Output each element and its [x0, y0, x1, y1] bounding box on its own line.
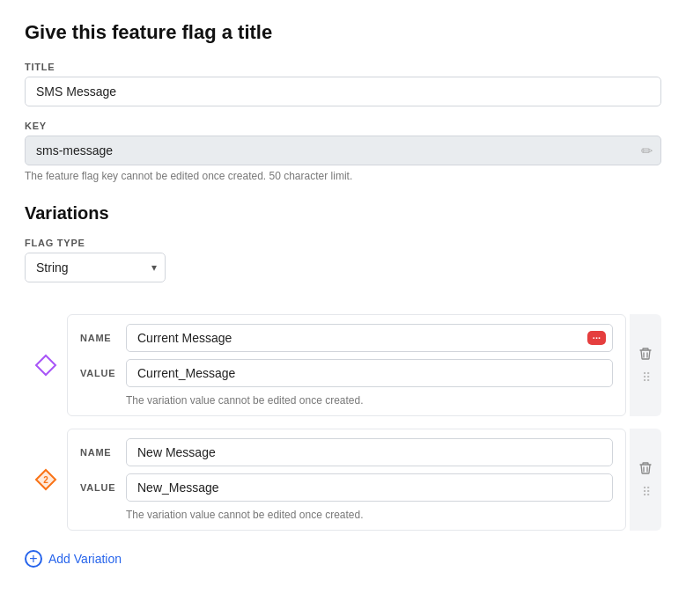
- title-label: TITLE: [25, 62, 661, 72]
- variation-1-value-input: [126, 359, 613, 387]
- variation-value-label: VALUE: [80, 368, 126, 378]
- key-label: KEY: [25, 121, 661, 131]
- variation-2-name-input[interactable]: [126, 438, 613, 466]
- variation-1-name-input-wrapper: ···: [126, 324, 613, 352]
- variation-2-actions: ⠿: [630, 429, 661, 531]
- variation-name-label: NAME: [80, 333, 126, 343]
- variation-2-hint: The variation value cannot be edited onc…: [126, 509, 613, 521]
- add-circle-icon: +: [25, 550, 42, 568]
- flag-type-group: FLAG TYPE String Boolean Integer JSON ▾: [25, 238, 661, 300]
- title-input[interactable]: [25, 77, 661, 106]
- title-field-group: TITLE: [25, 62, 661, 106]
- svg-text:2: 2: [43, 475, 48, 485]
- page-title: Give this feature flag a title: [25, 21, 661, 44]
- variation-1-icon: [25, 314, 67, 416]
- key-hint: The feature flag key cannot be edited on…: [25, 170, 661, 182]
- flag-type-select-wrapper: String Boolean Integer JSON ▾: [25, 253, 166, 282]
- variation-1-delete-icon[interactable]: [638, 347, 653, 363]
- variation-2-name-label: NAME: [80, 447, 126, 458]
- variation-2-drag-icon[interactable]: ⠿: [642, 485, 650, 499]
- variation-2-value-input: [126, 473, 613, 502]
- variation-1-hint: The variation value cannot be edited onc…: [126, 394, 613, 407]
- flag-type-select[interactable]: String Boolean Integer JSON: [25, 253, 166, 282]
- add-variation-label: Add Variation: [48, 552, 122, 566]
- variation-2-delete-icon[interactable]: [638, 461, 653, 478]
- variation-1-badge[interactable]: ···: [587, 331, 606, 345]
- flag-type-label: FLAG TYPE: [25, 238, 661, 248]
- add-variation-button[interactable]: + Add Variation: [25, 543, 122, 575]
- variation-1-name-input[interactable]: [126, 324, 613, 352]
- variation-2-icon: 2: [25, 429, 67, 531]
- variation-2-row: 2 NAME VALUE The variation value cannot …: [25, 429, 661, 531]
- variation-1-drag-icon[interactable]: ⠿: [642, 370, 650, 385]
- key-input: [25, 136, 661, 165]
- variation-1-name-row: NAME ···: [80, 324, 613, 352]
- variation-2-card: NAME VALUE The variation value cannot be…: [67, 429, 626, 531]
- variation-1-actions: ⠿: [630, 314, 661, 416]
- variation-2-name-row: NAME: [80, 438, 613, 466]
- variation-1-value-row: VALUE: [80, 359, 613, 387]
- variation-2-value-label: VALUE: [80, 482, 126, 493]
- key-field-group: KEY ✏ The feature flag key cannot be edi…: [25, 121, 661, 182]
- key-input-wrapper: ✏: [25, 136, 661, 165]
- variation-2-name-input-wrapper: [126, 438, 613, 466]
- variation-row: NAME ··· VALUE The variation value canno…: [25, 314, 661, 416]
- variation-1-card: NAME ··· VALUE The variation value canno…: [67, 314, 626, 416]
- variation-2-value-row: VALUE: [80, 473, 613, 502]
- variations-section-title: Variations: [25, 203, 661, 224]
- edit-icon[interactable]: ✏: [641, 143, 653, 159]
